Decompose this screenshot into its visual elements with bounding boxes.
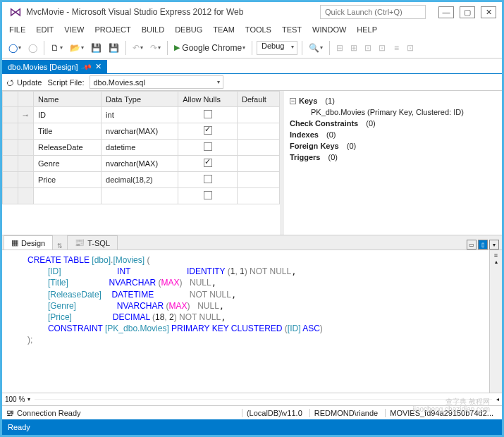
new-item-button[interactable]: 🗋▾ — [49, 40, 65, 56]
columns-grid[interactable]: Name Data Type Allow Nulls Default ⊸IDin… — [2, 91, 284, 235]
menu-help[interactable]: HELP — [357, 25, 377, 34]
menu-debug[interactable]: DEBUG — [175, 25, 202, 34]
undo-button[interactable]: ↶▾ — [130, 40, 145, 56]
grid-row[interactable]: Genrenvarchar(MAX) — [3, 156, 280, 172]
document-tabstrip: dbo.Movies [Design] 📌 ✕ — [2, 59, 502, 74]
quick-launch-input[interactable] — [320, 5, 426, 19]
start-debug-button[interactable]: ▶ Google Chrome▾ — [172, 40, 247, 56]
col-header-name[interactable]: Name — [34, 92, 102, 107]
window-title: MvcMovie - Microsoft Visual Studio Expre… — [26, 7, 243, 17]
sql-editor[interactable]: CREATE TABLE [dbo].[Movies] ( [ID] INT I… — [2, 250, 489, 393]
pane-menu-button[interactable]: ▾ — [489, 240, 499, 250]
sql-editor-area: CREATE TABLE [dbo].[Movies] ( [ID] INT I… — [2, 250, 502, 393]
tab-tsql[interactable]: 📰T-SQL — [67, 235, 118, 250]
designer-toolbar: ⭯ Update Script File: dbo.Movies.sql — [2, 74, 502, 91]
titlebar: ⋈ MvcMovie - Microsoft Visual Studio Exp… — [2, 2, 502, 22]
allownulls-check[interactable] — [204, 110, 212, 118]
main-toolbar: ◯▾ ◯ 🗋▾ 📂▾ 💾 💾 ↶▾ ↷▾ ▶ Google Chrome▾ De… — [2, 37, 502, 59]
col-header-datatype[interactable]: Data Type — [102, 92, 178, 107]
grid-row[interactable]: ReleaseDatedatetime — [3, 140, 280, 156]
browser-label: Google Chrome — [182, 43, 242, 53]
col-header-default[interactable]: Default — [237, 92, 279, 107]
scroll-up-icon[interactable]: ▴ — [495, 259, 498, 265]
allownulls-check[interactable] — [204, 175, 212, 183]
maximize-button[interactable]: ▢ — [460, 6, 475, 18]
menu-file[interactable]: FILE — [9, 25, 25, 34]
open-button[interactable]: 📂▾ — [68, 40, 86, 56]
config-combo[interactable]: Debug — [257, 41, 297, 55]
tb-extra-1[interactable]: ⊟ — [334, 40, 345, 56]
script-file-combo[interactable]: dbo.Movies.sql — [90, 75, 223, 89]
tab-scroll-icon[interactable]: ⇅ — [54, 242, 66, 250]
doc-tab-label: dbo.Movies [Design] — [8, 63, 78, 71]
menu-edit[interactable]: EDIT — [36, 25, 54, 34]
grid-row[interactable]: Pricedecimal(18,2) — [3, 172, 280, 188]
close-button[interactable]: ✕ — [481, 6, 496, 18]
status-text: Ready — [8, 423, 30, 431]
script-file-label: Script File: — [47, 78, 84, 87]
save-all-button[interactable]: 💾 — [106, 40, 121, 56]
key-icon: ⊸ — [23, 111, 28, 119]
minimize-button[interactable]: — — [438, 6, 454, 18]
menu-window[interactable]: WINDOW — [312, 25, 346, 34]
allownulls-check[interactable] — [204, 191, 212, 199]
scroll-left-icon[interactable]: ◂ — [496, 396, 499, 402]
menubar: FILE EDIT VIEW PROJECT BUILD DEBUG TEAM … — [2, 22, 502, 37]
properties-panel: −Keys (1) PK_dbo.Movies (Primary Key, Cl… — [284, 91, 502, 235]
zoom-value[interactable]: 100 % — [5, 395, 25, 403]
grid-icon: ▦ — [11, 238, 18, 247]
menu-view[interactable]: VIEW — [64, 25, 84, 34]
user-name: REDMOND\riande — [309, 409, 382, 417]
sql-icon: 📰 — [75, 238, 85, 247]
find-button[interactable]: 🔍▾ — [307, 40, 325, 56]
menu-test[interactable]: TEST — [282, 25, 302, 34]
tb-extra-2[interactable]: ⊞ — [348, 40, 359, 56]
allownulls-check[interactable] — [204, 142, 212, 151]
col-header-allownulls[interactable]: Allow Nulls — [178, 92, 238, 107]
menu-tools[interactable]: TOOLS — [245, 25, 271, 34]
collapse-icon[interactable]: − — [290, 98, 296, 104]
nav-back-button[interactable]: ◯▾ — [6, 40, 23, 56]
grid-row-new[interactable] — [3, 188, 280, 204]
update-button[interactable]: ⭯ Update — [6, 78, 42, 87]
connection-status: Connection Ready — [17, 409, 81, 417]
connection-icon: 🖳 — [6, 409, 14, 417]
tb-extra-6[interactable]: ⊡ — [405, 40, 416, 56]
key-item[interactable]: PK_dbo.Movies (Primary Key, Clustered: I… — [290, 106, 496, 118]
grid-row[interactable]: ⊸IDint — [3, 107, 280, 123]
status-bar: Ready — [2, 419, 502, 435]
watermark: 查字典 教程网jiaocheng.chazidian.com — [412, 398, 490, 413]
designer-area: ⭯ Update Script File: dbo.Movies.sql Nam… — [2, 74, 502, 235]
inner-tabbar: ▦Design ⇅ 📰T-SQL ▭ ▯ ▾ — [2, 235, 502, 250]
split-h-button[interactable]: ▭ — [467, 240, 477, 250]
split-handle-icon[interactable]: ≡ — [494, 252, 498, 259]
grid-row[interactable]: Titlenvarchar(MAX) — [3, 123, 280, 140]
tb-extra-4[interactable]: ⊡ — [376, 40, 388, 56]
vertical-scrollbar[interactable]: ≡ ▴ — [489, 250, 502, 393]
save-button[interactable]: 💾 — [89, 40, 104, 56]
close-tab-icon[interactable]: ✕ — [95, 62, 102, 71]
zoom-drop-icon[interactable]: ▾ — [27, 396, 30, 402]
redo-button[interactable]: ↷▾ — [148, 40, 163, 56]
split-v-button[interactable]: ▯ — [478, 240, 488, 250]
menu-team[interactable]: TEAM — [213, 25, 235, 34]
doc-tab-movies[interactable]: dbo.Movies [Design] 📌 ✕ — [2, 60, 107, 73]
allownulls-check[interactable] — [204, 159, 212, 167]
vs-logo-icon: ⋈ — [9, 4, 22, 20]
allownulls-check[interactable] — [204, 126, 212, 135]
tab-design[interactable]: ▦Design — [4, 235, 53, 250]
menu-project[interactable]: PROJECT — [94, 25, 130, 34]
update-icon: ⭯ — [6, 78, 14, 87]
tb-extra-5[interactable]: ≡ — [391, 40, 402, 56]
tb-extra-3[interactable]: ⊡ — [362, 40, 374, 56]
nav-fwd-button[interactable]: ◯ — [26, 40, 39, 56]
server-name: (LocalDB)\v11.0 — [242, 409, 307, 417]
menu-build[interactable]: BUILD — [142, 25, 164, 34]
pin-icon[interactable]: 📌 — [81, 61, 92, 73]
